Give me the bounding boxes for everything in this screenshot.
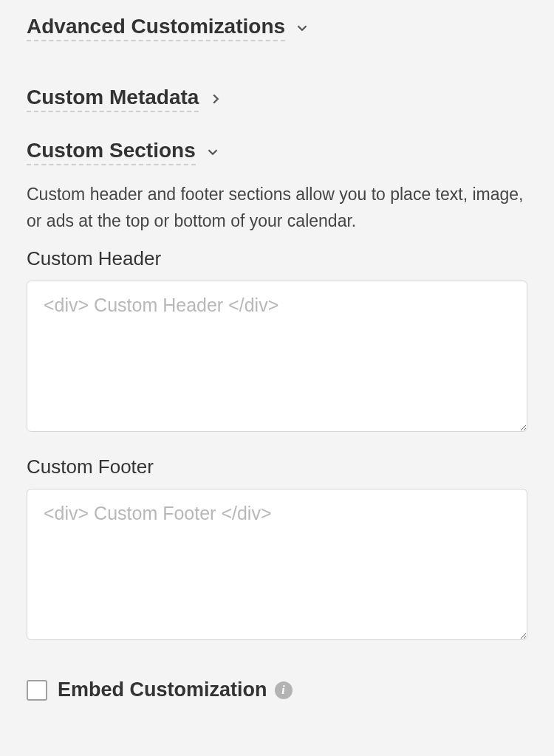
chevron-down-icon bbox=[294, 20, 310, 36]
custom-sections-description: Custom header and footer sections allow … bbox=[27, 182, 527, 234]
custom-metadata-toggle[interactable]: Custom Metadata bbox=[27, 86, 527, 115]
chevron-down-icon bbox=[205, 144, 221, 160]
custom-header-label: Custom Header bbox=[27, 247, 527, 270]
custom-metadata-title: Custom Metadata bbox=[27, 86, 199, 112]
custom-footer-label: Custom Footer bbox=[27, 456, 527, 478]
chevron-right-icon bbox=[208, 91, 224, 107]
custom-header-input[interactable] bbox=[27, 281, 527, 432]
custom-sections-toggle[interactable]: Custom Sections bbox=[27, 139, 527, 168]
advanced-customizations-toggle[interactable]: Advanced Customizations bbox=[27, 15, 527, 44]
embed-customization-checkbox[interactable] bbox=[27, 680, 47, 701]
advanced-customizations-title: Advanced Customizations bbox=[27, 15, 285, 41]
info-icon[interactable]: i bbox=[275, 681, 293, 699]
custom-sections-title: Custom Sections bbox=[27, 139, 196, 165]
embed-customization-row: Embed Customization i bbox=[27, 678, 527, 701]
embed-customization-label: Embed Customization i bbox=[58, 678, 293, 701]
custom-footer-input[interactable] bbox=[27, 489, 527, 640]
